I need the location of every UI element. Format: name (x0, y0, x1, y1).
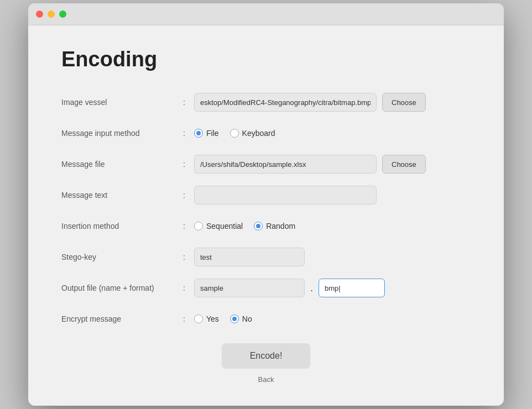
radio-sequential[interactable]: Sequential (194, 222, 243, 230)
titlebar (28, 3, 504, 25)
radio-no-circle (230, 314, 239, 323)
radio-keyboard[interactable]: Keyboard (230, 129, 275, 138)
radio-yes-label: Yes (206, 314, 219, 323)
message-file-label: Message file (61, 160, 183, 169)
encrypt-message-radio-group: Yes No (194, 314, 252, 323)
colon-7: : (183, 284, 194, 292)
insertion-method-radio-group: Sequential Random (194, 222, 295, 230)
encrypt-message-label: Encrypt message (61, 314, 183, 323)
radio-file-circle (194, 129, 203, 138)
colon-3: : (183, 160, 194, 169)
colon-5: : (183, 222, 194, 230)
radio-file-label: File (206, 129, 219, 138)
colon-4: : (183, 191, 194, 200)
insertion-method-row: Insertion method : Sequential Random (61, 215, 471, 237)
dot-separator: . (310, 282, 313, 294)
message-text-control (194, 186, 471, 204)
message-file-row: Message file : Choose (61, 153, 471, 175)
radio-no-label: No (242, 314, 252, 323)
content-area: Encoding Image vessel : Choose Message i… (28, 25, 504, 406)
encode-button[interactable]: Encode! (222, 343, 310, 369)
radio-yes[interactable]: Yes (194, 314, 219, 323)
stego-key-control (194, 248, 471, 266)
insertion-method-label: Insertion method (61, 222, 183, 230)
message-method-radio-group: File Keyboard (194, 129, 275, 138)
message-input-method-control: File Keyboard (194, 129, 471, 138)
radio-keyboard-label: Keyboard (242, 129, 275, 138)
output-file-row: Output file (name + format) : . (61, 277, 471, 299)
message-file-choose-button[interactable]: Choose (382, 155, 426, 174)
output-file-label: Output file (name + format) (61, 284, 183, 292)
image-vessel-choose-button[interactable]: Choose (382, 93, 426, 112)
colon-1: : (183, 98, 194, 107)
main-window: Encoding Image vessel : Choose Message i… (28, 3, 504, 406)
output-file-name-input[interactable] (194, 279, 305, 297)
image-vessel-control: Choose (194, 93, 471, 112)
colon-6: : (183, 253, 194, 261)
message-text-label: Message text (61, 191, 183, 200)
output-file-format-input[interactable] (319, 279, 385, 297)
colon-8: : (183, 314, 194, 323)
message-file-control: Choose (194, 155, 471, 174)
message-input-method-label: Message input method (61, 129, 183, 138)
image-vessel-row: Image vessel : Choose (61, 91, 471, 113)
minimize-button[interactable] (48, 11, 55, 18)
back-link[interactable]: Back (61, 375, 471, 384)
radio-keyboard-circle (230, 129, 239, 138)
message-text-input[interactable] (194, 186, 377, 204)
encrypt-message-row: Encrypt message : Yes No (61, 308, 471, 330)
radio-random[interactable]: Random (254, 222, 295, 230)
message-file-input[interactable] (194, 155, 377, 174)
image-vessel-input[interactable] (194, 93, 377, 112)
radio-yes-circle (194, 314, 203, 323)
output-file-control: . (194, 279, 471, 297)
close-button[interactable] (36, 11, 43, 18)
stego-key-input[interactable] (194, 248, 305, 266)
radio-sequential-circle (194, 222, 203, 230)
stego-key-label: Stego-key (61, 253, 183, 261)
radio-random-label: Random (266, 222, 295, 230)
colon-2: : (183, 129, 194, 138)
radio-no[interactable]: No (230, 314, 252, 323)
message-input-method-row: Message input method : File Keyboard (61, 122, 471, 144)
radio-sequential-label: Sequential (206, 222, 243, 230)
image-vessel-label: Image vessel (61, 98, 183, 107)
message-text-row: Message text : (61, 184, 471, 206)
encrypt-message-control: Yes No (194, 314, 471, 323)
insertion-method-control: Sequential Random (194, 222, 471, 230)
stego-key-row: Stego-key : (61, 246, 471, 268)
radio-file[interactable]: File (194, 129, 219, 138)
buttons-section: Encode! Back (61, 343, 471, 384)
radio-random-circle (254, 222, 263, 230)
page-title: Encoding (61, 48, 471, 71)
maximize-button[interactable] (59, 11, 66, 18)
